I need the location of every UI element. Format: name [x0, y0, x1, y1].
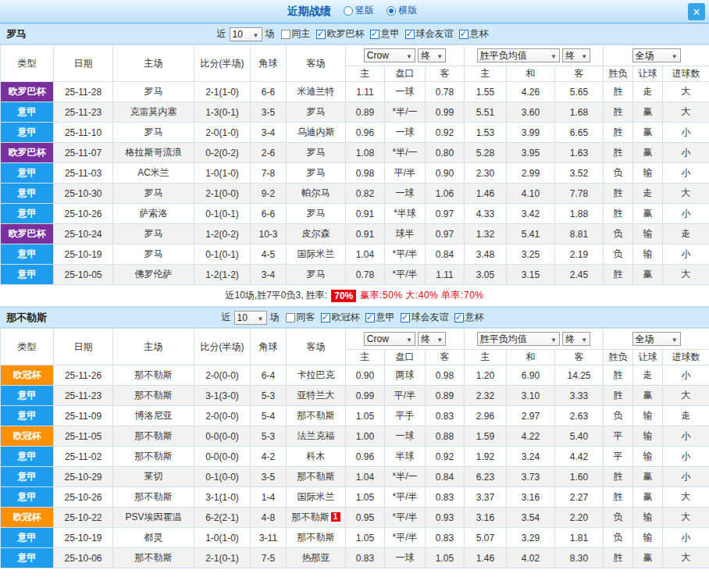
match-row[interactable]: 意甲 25-10-19 都灵 1-0(1-0) 3-11 那不勒斯 1.05 *…	[1, 528, 709, 548]
competition-checkbox[interactable]: 意甲	[370, 27, 400, 41]
competition-checkbox[interactable]: 欧罗巴杯	[316, 27, 365, 41]
match-row[interactable]: 意甲 25-10-29 莱切 0-1(0-0) 3-5 那不勒斯 1.04 *半…	[1, 467, 709, 487]
europe-final-select[interactable]: 终	[562, 48, 590, 62]
result-cell: 胜	[604, 102, 633, 123]
competition-checkbox[interactable]: 同主	[281, 27, 311, 41]
competition-checkbox[interactable]: 欧冠杯	[321, 311, 360, 324]
away-team: 乌迪内斯	[287, 123, 346, 143]
goals-cell: 走	[663, 406, 709, 426]
match-rows: 欧罗巴杯 25-11-28 罗马 2-1(1-0) 6-6 米迪兰特 1.11 …	[1, 82, 709, 285]
checkbox-icon	[365, 313, 375, 323]
close-button[interactable]: ✕	[688, 3, 705, 20]
competition-checkbox-label: 球会友谊	[416, 27, 454, 41]
handicap-line: 球半	[385, 224, 426, 244]
handicap-line: *平/半	[385, 487, 426, 508]
handicap-line: 平/半	[385, 386, 426, 406]
europe-final-select[interactable]: 终	[562, 332, 590, 346]
home-team: 萨索洛	[113, 204, 194, 224]
scope-select-cell: 全场	[604, 329, 709, 350]
match-count-select[interactable]: 10	[230, 27, 262, 41]
handicap-line: *半/一	[385, 143, 426, 163]
goals-cell: 小	[663, 447, 709, 467]
competition-checkbox[interactable]: 同客	[286, 311, 315, 324]
bookmaker-select[interactable]: Crow	[364, 332, 415, 346]
europe-draw-odds: 4.02	[507, 548, 555, 568]
match-row[interactable]: 意甲 25-11-23 那不勒斯 3-1(3-0) 5-3 亚特兰大 0.99 …	[1, 386, 709, 406]
match-row[interactable]: 欧冠杯 25-11-05 那不勒斯 0-0(0-0) 5-3 法兰克福 1.00…	[1, 426, 709, 447]
europe-avg-select[interactable]: 胜平负均值	[477, 332, 560, 346]
away-team: 那不勒斯1	[287, 508, 346, 528]
away-team: 科木	[287, 447, 346, 467]
europe-selects-cell: 胜平负均值 终	[465, 45, 604, 66]
handicap-result-cell: 输	[633, 447, 663, 467]
match-date: 25-10-26	[54, 487, 113, 508]
home-team: 罗马	[113, 82, 194, 102]
match-count-select[interactable]: 10	[234, 311, 267, 325]
col-handicap-result: 让球	[633, 350, 663, 365]
near-label: 近	[222, 311, 231, 324]
result-cell: 胜	[604, 204, 633, 224]
score: 2-1(1-0)	[194, 82, 251, 102]
home-team: 那不勒斯	[113, 365, 194, 386]
handicap-final-select[interactable]: 终	[418, 332, 446, 346]
corners: 3-4	[251, 123, 287, 143]
competition-checkbox[interactable]: 球会友谊	[401, 311, 449, 324]
match-row[interactable]: 意甲 25-11-09 博洛尼亚 2-0(0-0) 5-4 那不勒斯 1.05 …	[1, 406, 709, 426]
result-cell: 负	[604, 406, 633, 426]
match-row[interactable]: 意甲 25-11-03 AC米兰 1-0(1-0) 7-8 罗马 0.98 平/…	[1, 163, 709, 184]
handicap-result-cell: 输	[633, 224, 663, 244]
europe-draw-odds: 4.26	[507, 82, 555, 102]
match-date: 25-11-09	[54, 406, 113, 426]
match-row[interactable]: 意甲 25-10-19 罗马 0-1(0-1) 4-5 国际米兰 1.04 *平…	[1, 244, 709, 265]
col-handicap-away: 客	[426, 350, 465, 365]
bookmaker-select-value: Crow	[367, 50, 389, 61]
match-date: 25-10-06	[54, 548, 113, 568]
col-home: 主场	[113, 45, 194, 82]
col-europe-away: 客	[555, 350, 604, 365]
competition-checkbox[interactable]: 意杯	[459, 27, 489, 41]
match-row[interactable]: 欧罗巴杯 25-10-24 罗马 1-2(0-2) 10-3 皮尔森 0.91 …	[1, 224, 709, 244]
match-row[interactable]: 意甲 25-10-26 萨索洛 0-1(0-1) 6-6 罗马 0.91 *半球…	[1, 204, 709, 224]
section-header: 罗马 近 10 场 同主 欧罗巴杯 意甲 球会友谊 意杯	[0, 23, 709, 45]
goals-cell: 大	[663, 548, 709, 568]
competition-checkbox[interactable]: 意杯	[454, 311, 484, 324]
scope-select[interactable]: 全场	[632, 332, 681, 346]
match-row[interactable]: 意甲 25-10-30 罗马 2-1(0-0) 9-2 帕尔马 0.82 一球 …	[1, 184, 709, 204]
match-row[interactable]: 意甲 25-11-02 那不勒斯 0-0(0-0) 4-2 科木 0.96 半球…	[1, 447, 709, 467]
competition-checkbox[interactable]: 意甲	[365, 311, 395, 324]
match-row[interactable]: 意甲 25-11-23 克雷莫内塞 1-3(0-1) 3-5 罗马 0.89 *…	[1, 102, 709, 123]
layout-radio-vertical[interactable]: 竖版	[344, 4, 374, 17]
scope-select[interactable]: 全场	[632, 48, 681, 62]
match-row[interactable]: 意甲 25-11-10 罗马 2-0(1-0) 3-4 乌迪内斯 0.96 一球…	[1, 123, 709, 143]
match-row[interactable]: 欧冠杯 25-10-22 PSV埃因霍温 6-2(2-1) 4-8 那不勒斯1 …	[1, 508, 709, 528]
checkbox-icon	[401, 313, 410, 323]
match-row[interactable]: 欧冠杯 25-11-26 那不勒斯 2-0(0-0) 6-4 卡拉巴克 0.90…	[1, 365, 709, 386]
filter-bar: 近 10 场 同主 欧罗巴杯 意甲 球会友谊 意杯	[217, 27, 493, 41]
handicap-result-cell: 输	[633, 508, 663, 528]
summary-tail: 赢率:50% 大:40% 单率:70%	[360, 289, 483, 302]
match-row[interactable]: 欧罗巴杯 25-11-07 格拉斯哥流浪 0-2(0-2) 2-6 罗马 1.0…	[1, 143, 709, 163]
handicap-home-odds: 0.78	[346, 265, 385, 285]
handicap-final-value: 终	[421, 49, 430, 62]
score: 0-2(0-2)	[194, 143, 251, 163]
europe-away-odds: 8.30	[555, 548, 604, 568]
match-row[interactable]: 意甲 25-10-26 那不勒斯 3-1(1-0) 1-4 国际米兰 1.05 …	[1, 487, 709, 508]
handicap-final-select[interactable]: 终	[418, 48, 446, 62]
layout-radio-horizontal[interactable]: 横版	[387, 4, 417, 17]
competition-checkbox[interactable]: 球会友谊	[405, 27, 454, 41]
team-section: 那不勒斯 近 10 场 同客 欧冠杯 意甲 球会友谊 意杯	[0, 307, 709, 568]
match-row[interactable]: 意甲 25-10-06 那不勒斯 2-1(0-1) 7-5 热那亚 0.83 一…	[1, 548, 709, 568]
competition-checkbox-label: 欧冠杯	[332, 311, 360, 324]
match-date: 25-10-05	[54, 265, 113, 285]
col-handicap-away: 客	[426, 66, 465, 82]
bookmaker-select[interactable]: Crow	[364, 48, 415, 62]
home-team: AC米兰	[113, 163, 194, 184]
handicap-line: *平/半	[385, 265, 426, 285]
europe-avg-select[interactable]: 胜平负均值	[477, 48, 560, 62]
corners: 2-6	[251, 143, 287, 163]
match-row[interactable]: 欧罗巴杯 25-11-28 罗马 2-1(1-0) 6-6 米迪兰特 1.11 …	[1, 82, 709, 102]
match-row[interactable]: 意甲 25-10-05 佛罗伦萨 1-2(1-2) 3-4 罗马 0.78 *平…	[1, 265, 709, 285]
away-team: 亚特兰大	[287, 386, 346, 406]
goals-cell: 小	[663, 426, 709, 447]
europe-draw-odds: 3.15	[507, 265, 555, 285]
